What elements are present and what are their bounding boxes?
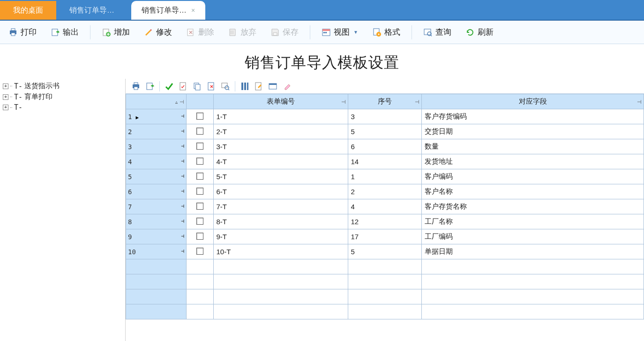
cell-field[interactable]: 单据日期: [422, 244, 644, 259]
row-number[interactable]: 4⊣: [126, 154, 187, 169]
doc-edit-icon[interactable]: [254, 82, 263, 91]
expand-icon[interactable]: +: [3, 83, 8, 89]
cell-field[interactable]: 数量: [422, 139, 644, 154]
row-number[interactable]: 10⊣: [126, 244, 187, 259]
row-checkbox[interactable]: [187, 124, 213, 139]
table-row[interactable]: 2⊣2-T5交货日期: [126, 124, 644, 139]
check-icon[interactable]: [165, 82, 174, 91]
cell-seq[interactable]: 5: [348, 244, 422, 259]
pin-icon[interactable]: ⊣: [181, 188, 185, 194]
table-row[interactable]: 3⊣3-T6数量: [126, 139, 644, 154]
cell-field[interactable]: 交货日期: [422, 124, 644, 139]
cell-seq[interactable]: 6: [348, 139, 422, 154]
cell-field[interactable]: 工厂编码: [422, 229, 644, 244]
expand-icon[interactable]: +: [3, 94, 8, 100]
pin-icon[interactable]: ⊣: [181, 128, 185, 134]
table-row[interactable]: 7⊣7-T4客户存货名称: [126, 199, 644, 214]
output-button[interactable]: 输出: [48, 21, 82, 44]
table-row[interactable]: [126, 304, 644, 319]
row-checkbox[interactable]: [187, 154, 213, 169]
pin-icon[interactable]: ⊣: [341, 99, 346, 105]
row-checkbox[interactable]: [187, 169, 213, 184]
col-form-no[interactable]: 表单编号⊣: [213, 94, 348, 109]
row-checkbox[interactable]: [187, 229, 213, 244]
add-button[interactable]: 增加: [99, 21, 133, 44]
cell-seq[interactable]: 5: [348, 124, 422, 139]
cell-seq[interactable]: 1: [348, 169, 422, 184]
row-number[interactable]: 7⊣: [126, 199, 187, 214]
cell-seq[interactable]: 12: [348, 214, 422, 229]
close-icon[interactable]: ×: [191, 7, 195, 14]
pin-icon[interactable]: ⊣: [181, 113, 185, 119]
row-number[interactable]: [126, 259, 187, 274]
cell-form-no[interactable]: 9-T: [213, 229, 348, 244]
table-row[interactable]: 9⊣9-T17工厂编码: [126, 229, 644, 244]
cell-field[interactable]: 客户存货编码: [422, 109, 644, 124]
print-button[interactable]: 打印: [6, 21, 39, 44]
row-number[interactable]: 9⊣: [126, 229, 187, 244]
cell-form-no[interactable]: 7-T: [213, 199, 348, 214]
table-row[interactable]: 8⊣8-T12工厂名称: [126, 214, 644, 229]
table-row[interactable]: 6⊣6-T2客户名称: [126, 184, 644, 199]
row-number[interactable]: 2⊣: [126, 124, 187, 139]
eraser-icon[interactable]: [282, 82, 292, 91]
export-icon[interactable]: [145, 82, 155, 91]
tree-item[interactable]: +T-送货指示书: [0, 81, 125, 91]
table-row[interactable]: 4⊣4-T14发货地址: [126, 154, 644, 169]
view-button[interactable]: 视图 ▼: [319, 21, 361, 44]
table-row[interactable]: 1▶⊣1-T3客户存货编码: [126, 109, 644, 124]
row-number[interactable]: 5⊣: [126, 169, 187, 184]
table-row[interactable]: [126, 274, 644, 289]
cell-form-no[interactable]: 6-T: [213, 184, 348, 199]
tree-item[interactable]: +T-: [0, 102, 125, 113]
row-checkbox[interactable]: [187, 199, 213, 214]
cell-form-no[interactable]: 5-T: [213, 169, 348, 184]
cell-field[interactable]: 客户名称: [422, 184, 644, 199]
row-checkbox[interactable]: [187, 184, 213, 199]
pin-icon[interactable]: ⊣: [181, 158, 185, 164]
cell-seq[interactable]: 17: [348, 229, 422, 244]
format-button[interactable]: 格式: [369, 21, 403, 44]
row-number[interactable]: 1▶⊣: [126, 109, 187, 124]
tab-sales-1[interactable]: 销售订单导…: [56, 1, 127, 20]
expand-icon[interactable]: +: [3, 105, 8, 110]
cell-seq[interactable]: 3: [348, 109, 422, 124]
row-checkbox[interactable]: [187, 214, 213, 229]
col-seq[interactable]: 序号⊣: [348, 94, 422, 109]
row-number[interactable]: [126, 289, 187, 304]
cell-form-no[interactable]: 1-T: [213, 109, 348, 124]
row-number[interactable]: 3⊣: [126, 139, 187, 154]
pin-icon[interactable]: ⊣: [181, 218, 185, 224]
refresh-button[interactable]: 刷新: [463, 21, 496, 44]
tab-sales-2-active[interactable]: 销售订单导… ×: [131, 1, 205, 20]
row-number[interactable]: 6⊣: [126, 184, 187, 199]
data-grid[interactable]: ▵⊣表单编号⊣序号⊣对应字段⊣1▶⊣1-T3客户存货编码2⊣2-T5交货日期3⊣…: [126, 94, 644, 319]
cell-form-no[interactable]: 10-T: [213, 244, 348, 259]
pin-icon[interactable]: ⊣: [415, 99, 419, 105]
row-number[interactable]: [126, 304, 187, 319]
cell-field[interactable]: 客户存货名称: [422, 199, 644, 214]
cell-form-no[interactable]: 8-T: [213, 214, 348, 229]
row-checkbox[interactable]: [187, 139, 213, 154]
cell-form-no[interactable]: 3-T: [213, 139, 348, 154]
doc-x-icon[interactable]: [207, 82, 216, 91]
sort-asc-icon[interactable]: ▵: [175, 99, 178, 104]
search-button[interactable]: 查询: [420, 21, 454, 44]
cell-field[interactable]: 客户编码: [422, 169, 644, 184]
cell-seq[interactable]: 14: [348, 154, 422, 169]
cell-seq[interactable]: 4: [348, 199, 422, 214]
cell-form-no[interactable]: 4-T: [213, 154, 348, 169]
cell-field[interactable]: 工厂名称: [422, 214, 644, 229]
pin-icon[interactable]: ⊣: [181, 233, 185, 239]
table-row[interactable]: 10⊣10-T5单据日期: [126, 244, 644, 259]
doc-check-icon[interactable]: [179, 82, 188, 91]
tree-item[interactable]: +T-肓单打印: [0, 91, 125, 102]
table-row[interactable]: [126, 259, 644, 274]
columns-icon[interactable]: [240, 82, 249, 91]
cell-form-no[interactable]: 2-T: [213, 124, 348, 139]
pin-icon[interactable]: ⊣: [181, 143, 185, 149]
row-number[interactable]: 8⊣: [126, 214, 187, 229]
pin-icon[interactable]: ⊣: [180, 99, 184, 105]
table-row[interactable]: 5⊣5-T1客户编码: [126, 169, 644, 184]
col-field[interactable]: 对应字段⊣: [422, 94, 644, 109]
